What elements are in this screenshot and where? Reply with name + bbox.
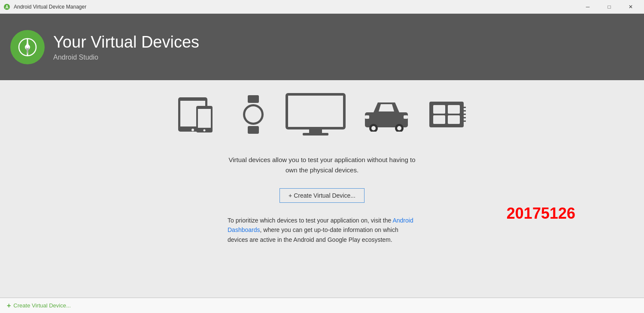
svg-rect-31 (448, 105, 460, 114)
svg-rect-14 (248, 95, 259, 103)
phone-tablet-icon (178, 95, 221, 135)
title-bar-left: A Android Virtual Device Manager (3, 3, 86, 10)
title-bar: A Android Virtual Device Manager ─ □ ✕ (0, 0, 644, 14)
car-icon (363, 97, 410, 133)
svg-rect-35 (464, 110, 466, 111)
bottom-create-label: Create Virtual Device... (13, 302, 70, 309)
bottom-create-virtual-device-button[interactable]: + Create Virtual Device... (7, 302, 71, 310)
footer-text-before-link: To prioritize which devices to test your… (228, 217, 392, 224)
svg-rect-30 (433, 105, 445, 114)
bottom-create-plus-icon: + (7, 302, 11, 310)
svg-rect-21 (303, 133, 328, 135)
description-text: Virtual devices allow you to test your a… (228, 155, 416, 175)
title-bar-controls[interactable]: ─ □ ✕ (578, 0, 641, 14)
svg-rect-33 (448, 115, 460, 124)
minimize-button[interactable]: ─ (578, 0, 598, 14)
device-icons-row (178, 93, 466, 138)
svg-rect-34 (464, 107, 466, 108)
svg-rect-12 (198, 109, 211, 128)
title-bar-title: Android Virtual Device Manager (14, 4, 86, 10)
android-studio-logo-icon (17, 36, 38, 58)
svg-rect-37 (464, 117, 466, 118)
create-virtual-device-button[interactable]: + Create Virtual Device... (279, 188, 365, 203)
svg-rect-32 (433, 115, 445, 124)
page-subtitle: Android Studio (53, 54, 199, 61)
bottom-bar: + Create Virtual Device... (0, 298, 644, 313)
maximize-button[interactable]: □ (599, 0, 619, 14)
svg-rect-28 (404, 115, 408, 119)
header-text: Your Virtual Devices Android Studio (53, 33, 199, 62)
page-title: Your Virtual Devices (53, 33, 199, 52)
logo-circle (10, 30, 45, 64)
tv-box-icon (427, 97, 466, 133)
main-content: Virtual devices allow you to test your a… (0, 80, 644, 313)
svg-point-24 (371, 126, 376, 130)
tv-icon (286, 93, 346, 138)
svg-rect-17 (248, 126, 259, 134)
watermark-number: 20175126 (507, 205, 575, 223)
app-header: Your Virtual Devices Android Studio (0, 14, 644, 80)
app-icon: A (3, 3, 10, 10)
close-button[interactable]: ✕ (621, 0, 641, 14)
svg-point-13 (204, 129, 206, 132)
svg-rect-27 (365, 115, 369, 119)
svg-rect-19 (288, 96, 343, 127)
svg-rect-36 (464, 114, 466, 115)
svg-point-10 (191, 129, 194, 131)
svg-point-26 (397, 126, 401, 130)
svg-text:A: A (5, 5, 8, 9)
svg-rect-38 (464, 120, 466, 122)
svg-rect-20 (309, 129, 322, 133)
footer-description: To prioritize which devices to test your… (228, 216, 416, 244)
watch-icon (238, 95, 268, 135)
svg-point-16 (245, 106, 261, 123)
